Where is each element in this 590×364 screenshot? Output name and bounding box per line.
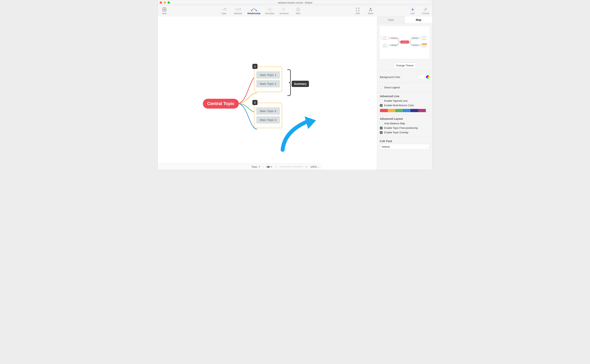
svg-text:Central Topic: Central Topic bbox=[402, 42, 408, 43]
change-theme-button[interactable]: Change Theme bbox=[393, 63, 416, 68]
share-button[interactable]: Share bbox=[366, 7, 375, 14]
svg-rect-9 bbox=[238, 9, 241, 10]
cjk-font-select[interactable]: Default ⌄ bbox=[380, 144, 430, 150]
svg-text:Subtopic 2: Subtopic 2 bbox=[422, 39, 426, 40]
background-color-label: Background Color bbox=[380, 76, 400, 78]
app-window: rainbow branch.xmind - Edited New + Topi… bbox=[157, 0, 433, 170]
summary-button[interactable]: Summary bbox=[279, 7, 289, 14]
svg-rect-23 bbox=[424, 7, 427, 11]
note-button[interactable]: Note bbox=[293, 7, 303, 14]
topic-overlap-checkbox[interactable]: Enable Topic Overlap bbox=[380, 130, 430, 135]
window-controls bbox=[160, 1, 170, 4]
chevron-down-icon: ⌄ bbox=[426, 146, 428, 148]
subtopic-button[interactable]: Subtopic bbox=[233, 7, 243, 14]
svg-text:Main Topic 4: Main Topic 4 bbox=[391, 45, 397, 46]
boundary-icon bbox=[266, 7, 273, 12]
palette-dropdown-icon[interactable]: ⌄ bbox=[426, 109, 429, 112]
svg-text:Main Topic 1: Main Topic 1 bbox=[413, 38, 418, 39]
svg-point-10 bbox=[240, 8, 241, 9]
star-icon bbox=[409, 7, 416, 12]
topic-node[interactable]: Main Topic 2 bbox=[256, 80, 280, 87]
boundary-group-1[interactable]: 1 Main Topic 1 Main Topic 2 bbox=[254, 66, 282, 92]
zen-button[interactable]: ZEN bbox=[353, 7, 362, 14]
chevron-down-icon: ⌄ bbox=[318, 166, 319, 168]
show-legend-checkbox[interactable]: Show Legend bbox=[380, 85, 430, 90]
svg-text:+: + bbox=[225, 8, 225, 9]
status-bar: Topic: 7 | ▾ − + 100% ⌄ bbox=[158, 163, 321, 170]
auto-balance-checkbox[interactable]: Auto Balance Map bbox=[380, 121, 430, 126]
central-topic[interactable]: Central Topic bbox=[203, 99, 239, 109]
topic-node[interactable]: Main Topic 4 bbox=[256, 107, 280, 115]
toolbar: New + Topic Subtopic Relationship Bounda… bbox=[158, 5, 432, 16]
svg-point-24 bbox=[268, 166, 269, 168]
svg-text:Subtopic 2: Subtopic 2 bbox=[383, 46, 387, 47]
svg-text:Subtopic 1: Subtopic 1 bbox=[383, 37, 387, 38]
zoom-control: − + bbox=[275, 165, 308, 168]
format-brush-icon bbox=[422, 7, 429, 12]
minimize-window-button[interactable] bbox=[164, 1, 166, 4]
boundary-group-2[interactable]: 2 Main Topic 4 Main Topic 3 bbox=[254, 103, 282, 128]
window-title: rainbow branch.xmind - Edited bbox=[278, 1, 312, 4]
close-window-button[interactable] bbox=[160, 1, 162, 4]
svg-rect-14 bbox=[269, 9, 271, 10]
tapered-line-checkbox[interactable]: Enable Tapered Line bbox=[380, 98, 430, 103]
theme-preview: Central Topic Main Topic 2 Main Topic 4 … bbox=[380, 26, 430, 59]
tab-map[interactable]: Map bbox=[405, 16, 432, 23]
topic-icon: + bbox=[220, 7, 227, 12]
format-button[interactable]: Format bbox=[421, 7, 430, 14]
zoom-slider-knob[interactable] bbox=[290, 166, 292, 168]
svg-point-12 bbox=[256, 10, 257, 11]
eye-icon bbox=[266, 165, 270, 168]
zoom-slider[interactable] bbox=[280, 167, 303, 167]
summary-bracket-icon bbox=[287, 69, 291, 97]
group-tag-2: 2 bbox=[252, 100, 257, 105]
new-button[interactable]: New bbox=[160, 7, 169, 14]
note-icon bbox=[295, 7, 302, 12]
topic-button[interactable]: + Topic bbox=[219, 7, 229, 14]
background-color-swatch[interactable] bbox=[418, 75, 425, 79]
zoom-window-button[interactable] bbox=[168, 1, 170, 4]
visibility-toggle[interactable]: ▾ bbox=[266, 165, 272, 168]
titlebar: rainbow branch.xmind - Edited bbox=[158, 0, 432, 5]
zoom-readout[interactable]: 100% ⌄ bbox=[310, 165, 319, 168]
advanced-layout-heading: Advanced Layout bbox=[380, 117, 430, 120]
topic-node[interactable]: Main Topic 1 bbox=[256, 71, 280, 78]
topic-node[interactable]: Main Topic 3 bbox=[256, 116, 280, 124]
inspector-panel: Style Map Central Topic Main Topic 2 Mai… bbox=[377, 16, 432, 170]
free-positioning-checkbox[interactable]: Enable Topic Free-positioning bbox=[380, 126, 430, 130]
zoom-out-button[interactable]: − bbox=[275, 165, 277, 168]
summary-icon bbox=[281, 7, 288, 12]
panel-tabs: Style Map bbox=[377, 16, 432, 23]
canvas[interactable]: Central Topic 1 Main Topic 1 Main Topic … bbox=[158, 16, 377, 170]
zoom-in-button[interactable]: + bbox=[305, 165, 308, 168]
svg-rect-3 bbox=[224, 9, 226, 10]
plus-icon bbox=[161, 7, 168, 12]
relationship-button[interactable]: Relationship bbox=[248, 7, 260, 14]
boundary-button[interactable]: Boundary bbox=[265, 7, 275, 14]
svg-point-7 bbox=[235, 9, 237, 10]
svg-text:Main Topic 2: Main Topic 2 bbox=[391, 38, 397, 39]
branch-color-palette[interactable]: ⌄ bbox=[380, 109, 430, 112]
advanced-line-heading: Advanced Line bbox=[380, 95, 430, 98]
cjk-font-heading: CJK Font bbox=[380, 140, 430, 143]
tab-style[interactable]: Style bbox=[377, 16, 405, 23]
svg-point-11 bbox=[251, 10, 252, 11]
fullscreen-icon bbox=[354, 7, 361, 12]
svg-text:Main Topic 3: Main Topic 3 bbox=[413, 45, 418, 46]
summary-node[interactable]: Summary bbox=[292, 81, 309, 87]
chevron-down-icon: ▾ bbox=[271, 166, 272, 168]
relationship-icon bbox=[250, 7, 257, 12]
svg-text:Subtopic 1: Subtopic 1 bbox=[422, 46, 426, 47]
annotation-arrow-icon bbox=[279, 112, 318, 152]
subtopic-icon bbox=[235, 7, 242, 12]
icon-button[interactable]: Icon bbox=[408, 7, 417, 14]
color-wheel-icon[interactable] bbox=[426, 75, 430, 79]
group-tag-1: 1 bbox=[252, 64, 257, 69]
svg-text:Callout: Callout bbox=[423, 44, 426, 45]
share-icon bbox=[367, 7, 374, 12]
svg-text:Subtopic 1: Subtopic 1 bbox=[383, 44, 387, 45]
svg-text:Subtopic 1: Subtopic 1 bbox=[422, 37, 426, 38]
topic-count: Topic: 7 bbox=[251, 165, 260, 168]
svg-text:Subtopic 2: Subtopic 2 bbox=[383, 39, 387, 40]
multi-branch-color-checkbox[interactable]: Enable Multi-Branch Color bbox=[380, 103, 430, 108]
